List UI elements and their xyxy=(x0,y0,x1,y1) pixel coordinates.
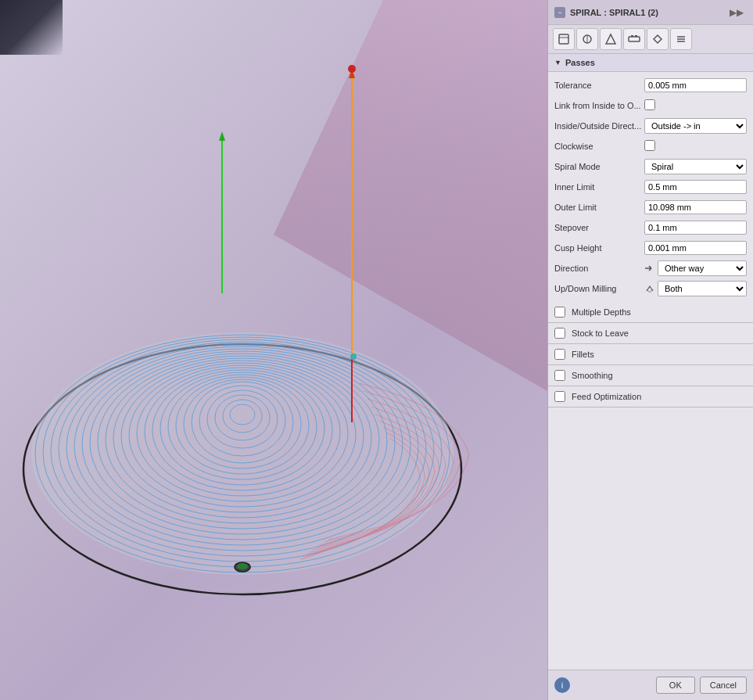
multiple-depths-checkbox[interactable] xyxy=(554,307,565,318)
info-button[interactable]: i xyxy=(554,677,570,693)
inside-outside-select[interactable]: Outside -> in Inside -> out xyxy=(644,118,747,134)
svg-point-50 xyxy=(348,65,356,73)
direction-select[interactable]: Other way This way xyxy=(658,260,747,276)
inner-limit-label: Inner Limit xyxy=(554,182,644,192)
spiral-visualization xyxy=(0,0,547,700)
panel-expand-button[interactable]: ▶▶ xyxy=(726,5,747,20)
clockwise-label: Clockwise xyxy=(554,142,644,151)
stock-to-leave-label: Stock to Leave xyxy=(572,328,629,338)
stepover-label: Stepover xyxy=(554,223,644,232)
outer-limit-row: Outer Limit xyxy=(548,197,753,217)
tolerance-row: Tolerance xyxy=(548,75,753,95)
panel-header: − SPIRAL : SPIRAL1 (2) ▶▶ xyxy=(548,0,753,25)
viewport-3d[interactable] xyxy=(0,0,547,700)
svg-rect-59 xyxy=(629,37,640,41)
spiral-mode-label: Spiral Mode xyxy=(554,162,644,171)
stepover-input[interactable] xyxy=(644,221,747,235)
direction-icon xyxy=(644,264,655,272)
multiple-depths-label: Multiple Depths xyxy=(572,307,631,317)
clockwise-row: Clockwise xyxy=(548,136,753,156)
svg-point-19 xyxy=(31,332,454,575)
cusp-height-row: Cusp Height xyxy=(548,238,753,258)
link-inside-label: Link from Inside to O... xyxy=(554,101,644,110)
toolbar-icon-1[interactable] xyxy=(553,28,575,50)
cusp-height-label: Cusp Height xyxy=(554,243,644,253)
feed-optimization-checkbox[interactable] xyxy=(554,391,565,402)
smoothing-checkbox[interactable] xyxy=(554,370,565,381)
link-inside-checkbox[interactable] xyxy=(644,99,655,110)
ok-button[interactable]: OK xyxy=(656,677,695,694)
inside-outside-label: Inside/Outside Direct... xyxy=(554,121,644,131)
smoothing-label: Smoothing xyxy=(572,371,613,380)
outer-limit-input[interactable] xyxy=(644,200,747,214)
feed-optimization-label: Feed Optimization xyxy=(572,392,641,401)
passes-arrow-icon: ▼ xyxy=(554,59,561,66)
spiral-mode-row: Spiral Mode Spiral Morphed Spiral 3D Spi… xyxy=(548,156,753,177)
toolbar-icon-5[interactable] xyxy=(647,28,669,50)
inside-outside-row: Inside/Outside Direct... Outside -> in I… xyxy=(548,116,753,136)
panel-toolbar xyxy=(548,25,753,54)
spiral-mode-select[interactable]: Spiral Morphed Spiral 3D Spiral xyxy=(644,159,747,174)
direction-label: Direction xyxy=(554,264,644,273)
svg-marker-52 xyxy=(219,131,225,141)
inner-limit-input[interactable] xyxy=(644,180,747,194)
bottom-bar: i OK Cancel xyxy=(548,669,753,700)
feed-optimization-header[interactable]: Feed Optimization xyxy=(548,386,753,407)
fillets-label: Fillets xyxy=(572,350,594,359)
passes-label: Passes xyxy=(565,58,595,67)
toolbar-icon-3[interactable] xyxy=(600,28,622,50)
multiple-depths-section: Multiple Depths xyxy=(548,302,753,323)
cancel-button[interactable]: Cancel xyxy=(700,677,747,694)
toolbar-icon-6[interactable] xyxy=(670,28,692,50)
link-inside-row: Link from Inside to O... xyxy=(548,95,753,116)
toolbar-icon-4[interactable] xyxy=(623,28,645,50)
updown-milling-row: Up/Down Milling Both Up Down xyxy=(548,278,753,299)
updown-milling-select[interactable]: Both Up Down xyxy=(658,281,747,296)
smoothing-header[interactable]: Smoothing xyxy=(548,365,753,386)
stock-to-leave-header[interactable]: Stock to Leave xyxy=(548,323,753,343)
svg-rect-60 xyxy=(631,35,633,37)
svg-point-54 xyxy=(350,354,357,360)
panel-title: SPIRAL : SPIRAL1 (2) xyxy=(570,8,658,17)
fillets-section: Fillets xyxy=(548,344,753,365)
toolbar-icon-2[interactable] xyxy=(576,28,598,50)
svg-point-47 xyxy=(237,563,248,569)
panel-minimize-icon[interactable]: − xyxy=(554,7,565,18)
tolerance-input[interactable] xyxy=(644,78,747,92)
passes-form: Tolerance Link from Inside to O... Insid… xyxy=(548,72,753,302)
outer-limit-label: Outer Limit xyxy=(554,203,644,212)
direction-row: Direction Other way This way xyxy=(548,258,753,278)
tolerance-label: Tolerance xyxy=(554,81,644,90)
updown-milling-icon xyxy=(644,285,655,293)
passes-section-header[interactable]: ▼ Passes xyxy=(548,54,753,72)
feed-optimization-section: Feed Optimization xyxy=(548,386,753,407)
svg-rect-61 xyxy=(635,35,637,37)
svg-rect-55 xyxy=(559,34,568,44)
smoothing-section: Smoothing xyxy=(548,365,753,386)
updown-milling-label: Up/Down Milling xyxy=(554,284,644,293)
fillets-header[interactable]: Fillets xyxy=(548,344,753,364)
fillets-checkbox[interactable] xyxy=(554,349,565,360)
inner-limit-row: Inner Limit xyxy=(548,177,753,197)
cusp-height-input[interactable] xyxy=(644,241,747,255)
clockwise-checkbox[interactable] xyxy=(644,140,655,151)
stepover-row: Stepover xyxy=(548,217,753,238)
multiple-depths-header[interactable]: Multiple Depths xyxy=(548,302,753,322)
properties-panel: − SPIRAL : SPIRAL1 (2) ▶▶ ▼ Passes xyxy=(547,0,753,700)
stock-to-leave-checkbox[interactable] xyxy=(554,328,565,339)
stock-to-leave-section: Stock to Leave xyxy=(548,323,753,344)
